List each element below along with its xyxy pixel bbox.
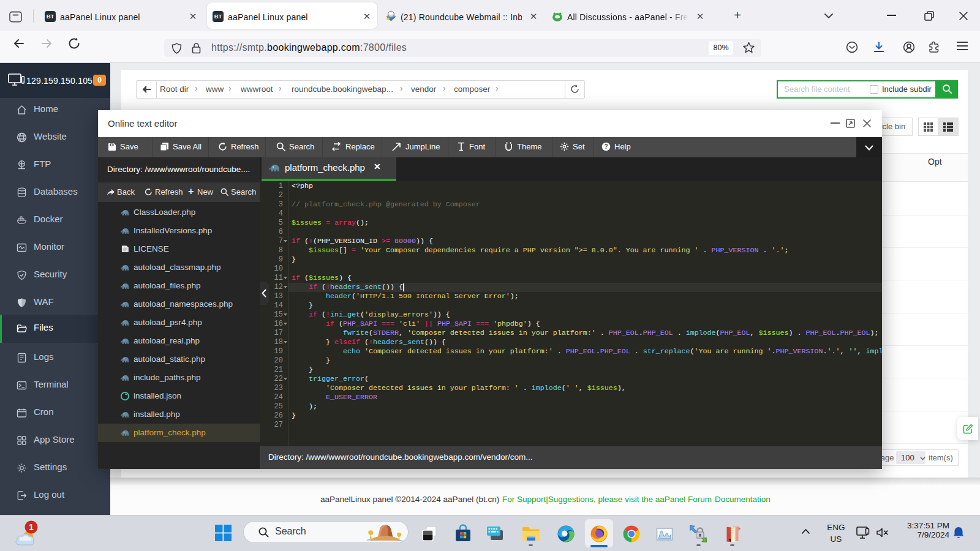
svg-text:1: 1 (29, 522, 34, 532)
svg-text:?: ? (604, 143, 608, 150)
